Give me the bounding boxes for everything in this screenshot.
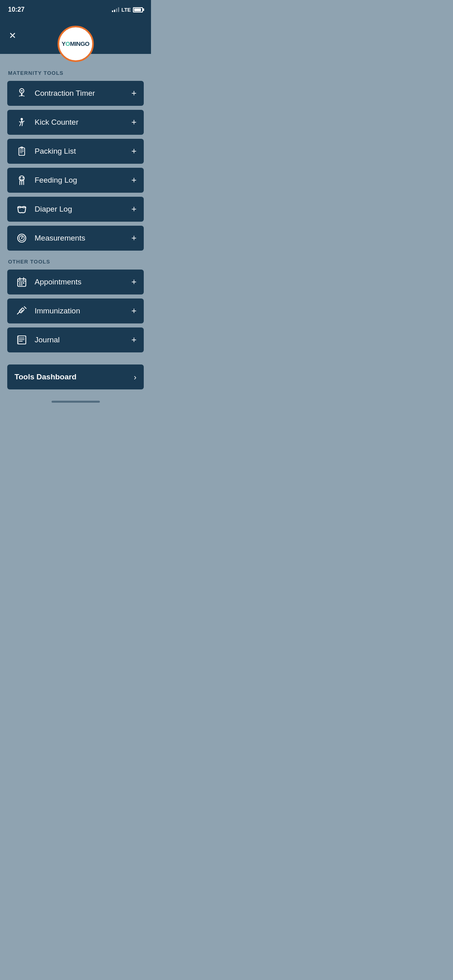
kick-counter-add: + <box>131 118 137 127</box>
immunization-add: + <box>131 307 137 315</box>
measurements-add: + <box>131 234 137 243</box>
immunization-label: Immunization <box>35 307 131 315</box>
logo-text: YOMINGO <box>62 40 89 47</box>
svg-rect-20 <box>23 282 24 284</box>
menu-item-contraction-timer[interactable]: Contraction Timer + <box>7 81 144 106</box>
measurements-icon <box>14 231 29 245</box>
signal-icon <box>112 7 119 12</box>
home-indicator <box>0 397 151 405</box>
menu-item-diaper-log[interactable]: Diaper Log + <box>7 197 144 222</box>
kick-counter-icon <box>14 115 29 130</box>
menu-item-immunization[interactable]: Immunization + <box>7 299 144 323</box>
svg-line-23 <box>24 307 26 309</box>
tools-dashboard-arrow: › <box>134 373 137 382</box>
svg-point-10 <box>23 177 24 178</box>
contraction-timer-label: Contraction Timer <box>35 89 131 98</box>
svg-point-9 <box>20 177 21 178</box>
svg-rect-22 <box>21 284 22 285</box>
contraction-timer-icon <box>14 86 29 101</box>
menu-item-feeding-log[interactable]: Feeding Log + <box>7 168 144 193</box>
diaper-log-add: + <box>131 205 137 214</box>
measurements-label: Measurements <box>35 234 131 243</box>
svg-rect-32 <box>18 336 19 344</box>
other-section-label: OTHER TOOLS <box>7 259 144 265</box>
packing-list-add: + <box>131 147 137 156</box>
diaper-log-icon <box>14 202 29 216</box>
appointments-label: Appointments <box>35 278 131 286</box>
svg-line-27 <box>21 311 22 312</box>
status-bar: 10:27 LTE <box>0 0 151 18</box>
svg-rect-18 <box>19 282 21 284</box>
main-content: MATERNITY TOOLS Contraction Timer + Kick… <box>0 54 151 397</box>
svg-line-26 <box>22 310 23 311</box>
packing-list-label: Packing List <box>35 147 131 156</box>
immunization-icon <box>14 304 29 318</box>
home-indicator-bar <box>52 401 100 403</box>
lte-label: LTE <box>121 7 131 13</box>
appointments-add: + <box>131 278 137 286</box>
feeding-log-icon <box>14 173 29 187</box>
journal-icon <box>14 333 29 347</box>
close-button[interactable]: ✕ <box>9 31 16 40</box>
kick-counter-label: Kick Counter <box>35 118 131 127</box>
appointments-icon <box>14 275 29 289</box>
maternity-section-label: MATERNITY TOOLS <box>7 70 144 76</box>
menu-item-appointments[interactable]: Appointments + <box>7 270 144 294</box>
feeding-log-add: + <box>131 176 137 185</box>
journal-add: + <box>131 336 137 344</box>
menu-item-kick-counter[interactable]: Kick Counter + <box>7 110 144 135</box>
tools-dashboard-button[interactable]: Tools Dashboard › <box>7 364 144 389</box>
svg-rect-3 <box>19 148 25 155</box>
journal-label: Journal <box>35 336 131 344</box>
svg-rect-21 <box>19 284 21 285</box>
menu-item-packing-list[interactable]: Packing List + <box>7 139 144 164</box>
status-icons: LTE <box>112 7 143 13</box>
logo: YOMINGO <box>58 26 94 62</box>
tools-dashboard-label: Tools Dashboard <box>14 373 134 381</box>
battery-icon <box>133 7 143 12</box>
status-time: 10:27 <box>8 6 25 13</box>
svg-point-13 <box>21 237 22 239</box>
contraction-timer-add: + <box>131 89 137 98</box>
feeding-log-label: Feeding Log <box>35 176 131 185</box>
svg-rect-19 <box>21 282 22 284</box>
packing-list-icon <box>14 144 29 159</box>
svg-point-2 <box>21 118 23 120</box>
svg-rect-24 <box>19 308 24 313</box>
header: ✕ YOMINGO <box>0 18 151 54</box>
svg-line-25 <box>17 312 20 314</box>
menu-item-measurements[interactable]: Measurements + <box>7 226 144 251</box>
menu-item-journal[interactable]: Journal + <box>7 327 144 352</box>
diaper-log-label: Diaper Log <box>35 205 131 214</box>
